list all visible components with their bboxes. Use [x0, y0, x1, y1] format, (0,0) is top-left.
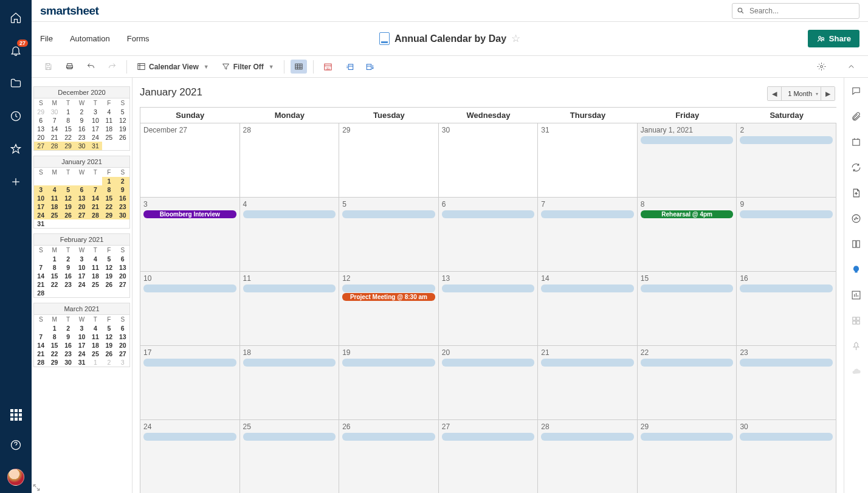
mini-cal-day[interactable]: 14: [34, 272, 47, 280]
mini-cal-day[interactable]: 27: [116, 280, 129, 289]
redo-icon[interactable]: [104, 60, 120, 74]
calendar-cell[interactable]: 24: [140, 419, 240, 493]
attachments-icon[interactable]: [851, 111, 862, 122]
mini-cal-day[interactable]: 18: [47, 202, 61, 211]
calendar-cell[interactable]: 14: [538, 271, 638, 345]
menu-file[interactable]: File: [40, 34, 53, 43]
calendar-cell[interactable]: 5: [339, 197, 439, 271]
event-placeholder[interactable]: [641, 284, 734, 292]
event-purple[interactable]: Bloomberg Interview: [143, 210, 236, 218]
mini-cal-day[interactable]: 1: [47, 324, 61, 333]
mini-cal-day[interactable]: 23: [61, 280, 75, 289]
mini-cal-day[interactable]: 6: [34, 116, 47, 125]
calendar-cell[interactable]: December 27: [140, 123, 240, 197]
mini-cal-day[interactable]: 2: [61, 255, 75, 263]
mini-cal-day[interactable]: 21: [89, 202, 102, 211]
mini-cal-day[interactable]: 21: [47, 133, 61, 142]
mini-cal-day[interactable]: 18: [89, 341, 102, 350]
filter-toggle[interactable]: Filter Off▼: [218, 60, 278, 74]
mini-cal-day[interactable]: 4: [102, 108, 115, 116]
mini-cal-day[interactable]: 25: [89, 280, 102, 289]
calendar-cell[interactable]: 31: [538, 123, 638, 197]
mini-cal-day[interactable]: 1: [47, 255, 61, 263]
help-icon[interactable]: [9, 438, 22, 452]
mini-cal-day[interactable]: 20: [34, 133, 47, 142]
event-placeholder[interactable]: [541, 433, 634, 441]
publish-icon[interactable]: [851, 187, 862, 198]
format-icon[interactable]: [851, 315, 862, 326]
mini-cal-day[interactable]: 17: [75, 272, 88, 280]
mini-cal-day[interactable]: 4: [47, 185, 61, 194]
mini-cal-day[interactable]: 2: [116, 177, 129, 185]
mini-cal-day[interactable]: 17: [34, 202, 47, 211]
mini-cal-day[interactable]: 8: [47, 263, 61, 272]
mini-cal-day[interactable]: 7: [34, 263, 47, 272]
mini-cal-day[interactable]: 24: [89, 133, 102, 142]
mini-cal-day[interactable]: 17: [89, 125, 102, 133]
menu-forms[interactable]: Forms: [127, 34, 150, 43]
mini-cal-day[interactable]: 20: [116, 272, 129, 280]
calendar-cell[interactable]: 18: [240, 345, 340, 419]
event-placeholder[interactable]: [541, 210, 634, 218]
mini-cal-day[interactable]: 23: [116, 202, 129, 211]
mini-cal-day[interactable]: 24: [75, 280, 88, 289]
mini-cal-day[interactable]: 6: [116, 324, 129, 333]
mini-cal-day[interactable]: 27: [75, 211, 88, 219]
mini-cal-day[interactable]: 14: [89, 194, 102, 202]
calendar-cell[interactable]: 28: [538, 419, 638, 493]
undo-icon[interactable]: [83, 60, 99, 74]
calendar-cell[interactable]: 15: [638, 271, 737, 345]
calendar-cell[interactable]: 12Project Meeting @ 8:30 am: [339, 271, 439, 345]
mini-cal-day[interactable]: 13: [116, 263, 129, 272]
event-placeholder[interactable]: [342, 433, 435, 441]
calendar-cell[interactable]: 28: [240, 123, 340, 197]
mini-cal-day[interactable]: 15: [47, 272, 61, 280]
event-placeholder[interactable]: [740, 433, 833, 441]
mini-cal-day[interactable]: 16: [61, 341, 75, 350]
mini-cal-day[interactable]: 11: [47, 194, 61, 202]
mini-cal-day[interactable]: 3: [75, 255, 88, 263]
mini-cal-day[interactable]: 15: [102, 194, 115, 202]
mini-cal-day[interactable]: 10: [89, 116, 102, 125]
mini-cal-day[interactable]: 29: [34, 108, 47, 116]
mini-cal-day[interactable]: 13: [116, 333, 129, 341]
mini-cal-day[interactable]: 15: [61, 125, 75, 133]
event-placeholder[interactable]: [740, 210, 833, 218]
mini-cal-day[interactable]: 21: [34, 280, 47, 289]
mini-cal-day[interactable]: 3: [75, 324, 88, 333]
mini-cal-day[interactable]: 25: [102, 133, 115, 142]
range-selector[interactable]: 1 Month: [781, 87, 821, 100]
mini-cal-day[interactable]: 19: [61, 202, 75, 211]
mini-cal-day[interactable]: 7: [47, 116, 61, 125]
mini-cal-day[interactable]: 23: [75, 133, 88, 142]
calendar-cell[interactable]: 7: [538, 197, 638, 271]
print-icon[interactable]: [61, 60, 78, 74]
mini-cal-day[interactable]: 7: [34, 333, 47, 341]
mini-cal-day[interactable]: 18: [102, 125, 115, 133]
mini-cal-day[interactable]: 26: [102, 350, 115, 358]
view-switcher[interactable]: Calendar View▼: [133, 60, 213, 74]
grid-mode-icon[interactable]: [291, 60, 307, 74]
mini-cal-day[interactable]: 3: [116, 358, 129, 367]
favorites-icon[interactable]: [9, 142, 22, 156]
search-input[interactable]: [732, 3, 859, 19]
calendar-cell[interactable]: 26: [339, 419, 439, 493]
mini-cal-day[interactable]: 24: [75, 350, 88, 358]
save-icon[interactable]: [40, 60, 57, 74]
calendar-cell[interactable]: 4: [240, 197, 340, 271]
mini-cal-day[interactable]: 6: [75, 185, 88, 194]
mini-cal-day[interactable]: 20: [75, 202, 88, 211]
calendar-cell[interactable]: 20: [439, 345, 539, 419]
mini-cal-day[interactable]: 4: [89, 255, 102, 263]
mini-cal-day[interactable]: 16: [116, 194, 129, 202]
mini-cal-day[interactable]: 14: [34, 341, 47, 350]
mini-cal-day[interactable]: 28: [89, 211, 102, 219]
mini-cal-day[interactable]: 29: [61, 142, 75, 150]
calendar-cell[interactable]: January 1, 2021: [638, 123, 737, 197]
proofs-icon[interactable]: [851, 136, 862, 147]
mini-cal-day[interactable]: 5: [102, 255, 115, 263]
event-placeholder[interactable]: [641, 359, 734, 367]
mini-cal-day[interactable]: 1: [89, 358, 102, 367]
event-placeholder[interactable]: [740, 136, 833, 144]
cell-history-icon[interactable]: [851, 238, 862, 249]
